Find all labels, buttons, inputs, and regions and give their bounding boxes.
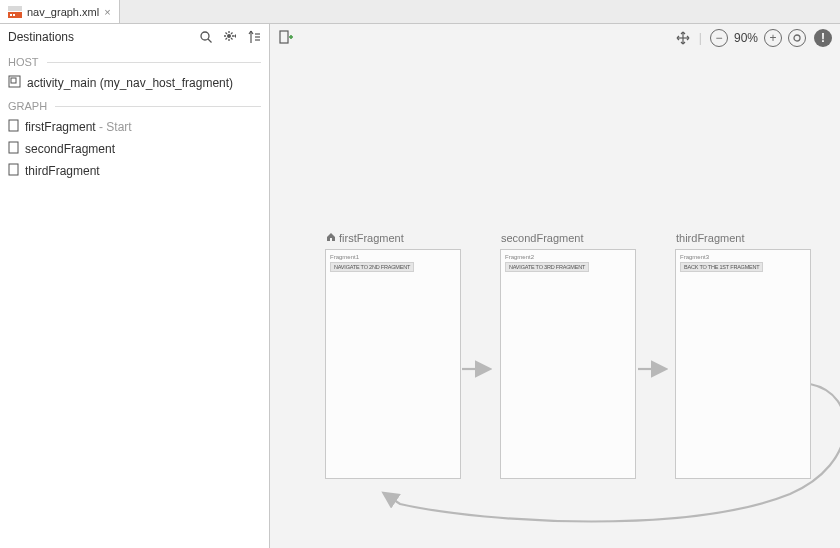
tab-bar: nav_graph.xml × <box>0 0 840 24</box>
auto-arrange-icon[interactable] <box>247 30 261 44</box>
add-destination-icon[interactable] <box>278 30 294 46</box>
zoom-level: 90% <box>734 31 758 45</box>
file-tab[interactable]: nav_graph.xml × <box>0 0 120 23</box>
zoom-controls: − 90% + <box>710 29 806 47</box>
svg-line-11 <box>226 33 228 35</box>
host-item[interactable]: activity_main (my_nav_host_fragment) <box>0 72 269 94</box>
zoom-reset-button[interactable] <box>788 29 806 47</box>
fragment-icon <box>8 141 19 157</box>
graph-item-second[interactable]: secondFragment <box>0 138 269 160</box>
svg-point-29 <box>794 35 800 41</box>
zoom-out-button[interactable]: − <box>710 29 728 47</box>
graph-section-label: GRAPH <box>0 94 269 116</box>
svg-line-14 <box>231 33 233 35</box>
svg-point-4 <box>201 32 209 40</box>
close-tab-icon[interactable]: × <box>104 6 110 18</box>
svg-point-6 <box>227 34 231 38</box>
svg-rect-22 <box>9 142 18 153</box>
nav-canvas[interactable]: | − 90% + ! <box>270 24 840 548</box>
xml-file-icon <box>8 6 22 18</box>
activity-icon <box>8 75 21 91</box>
svg-line-12 <box>231 38 233 40</box>
fragment-icon <box>8 119 19 135</box>
search-icon[interactable] <box>199 30 213 44</box>
svg-line-13 <box>226 38 228 40</box>
divider <box>47 62 261 63</box>
svg-rect-23 <box>9 164 18 175</box>
host-section-label: HOST <box>0 50 269 72</box>
warnings-icon[interactable]: ! <box>814 29 832 47</box>
pan-tool-icon[interactable] <box>675 30 691 46</box>
svg-rect-0 <box>8 6 22 11</box>
tab-filename: nav_graph.xml <box>27 6 99 18</box>
destinations-panel: Destinations HOST activity_main (my_ <box>0 24 270 548</box>
divider <box>55 106 261 107</box>
canvas-node-third[interactable]: thirdFragment Fragment3 BACK TO THE 1ST … <box>675 249 811 479</box>
home-icon <box>326 232 336 244</box>
preview-button: NAVIGATE TO 2ND FRAGMENT <box>330 262 414 272</box>
settings-icon[interactable] <box>223 30 237 44</box>
canvas-node-second[interactable]: secondFragment Fragment2 NAVIGATE TO 3RD… <box>500 249 636 479</box>
preview-button: NAVIGATE TO 3RD FRAGMENT <box>505 262 589 272</box>
svg-rect-21 <box>9 120 18 131</box>
svg-rect-20 <box>11 78 16 83</box>
svg-rect-3 <box>13 14 15 16</box>
fragment-icon <box>8 163 19 179</box>
svg-line-5 <box>208 39 212 43</box>
svg-rect-24 <box>280 31 288 43</box>
preview-button: BACK TO THE 1ST FRAGMENT <box>680 262 763 272</box>
svg-rect-2 <box>10 14 12 16</box>
graph-item-third[interactable]: thirdFragment <box>0 160 269 182</box>
panel-title: Destinations <box>8 30 74 44</box>
graph-item-first[interactable]: firstFragment - Start <box>0 116 269 138</box>
host-item-label: activity_main (my_nav_host_fragment) <box>27 76 233 90</box>
zoom-in-button[interactable]: + <box>764 29 782 47</box>
canvas-node-first[interactable]: firstFragment Fragment1 NAVIGATE TO 2ND … <box>325 249 461 479</box>
